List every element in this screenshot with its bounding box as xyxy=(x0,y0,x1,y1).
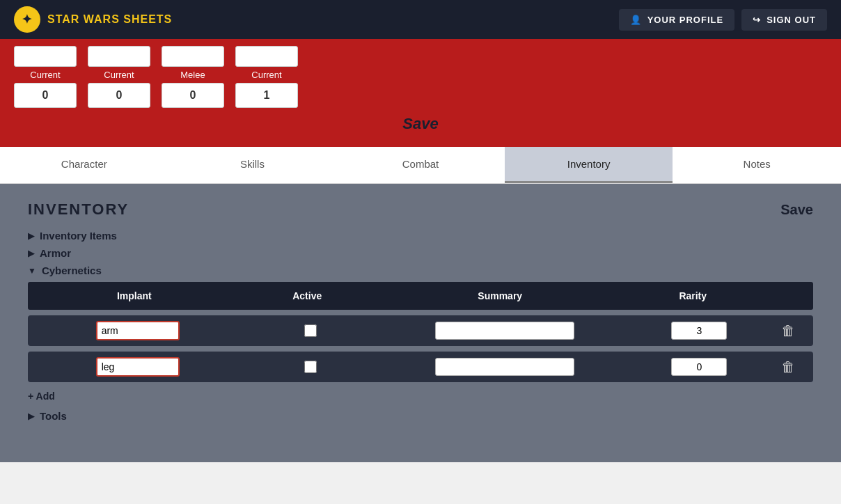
navbar: ✦ STAR WARS SHEETS 👤 YOUR PROFILE ↪ SIGN… xyxy=(0,0,841,39)
cybernetics-arrow: ▼ xyxy=(28,266,36,276)
inventory-items-arrow: ▶ xyxy=(28,231,34,241)
col-rarity: Rarity xyxy=(627,282,760,310)
implant-input-1[interactable] xyxy=(96,321,180,340)
stat-4-bottom-input[interactable] xyxy=(235,83,298,108)
cell-action-2: 🗑 xyxy=(767,358,809,377)
stat-2-bottom-input[interactable] xyxy=(88,83,150,108)
stat-1-label: Current xyxy=(30,70,60,80)
delete-row-2-button[interactable]: 🗑 xyxy=(777,358,799,377)
tab-notes[interactable]: Notes xyxy=(673,147,841,183)
table-row: 🗑 xyxy=(28,315,813,346)
cell-implant-2 xyxy=(32,357,243,377)
signout-icon: ↪ xyxy=(753,15,761,25)
signout-button[interactable]: ↪ SIGN OUT xyxy=(741,9,827,31)
signout-label: SIGN OUT xyxy=(767,15,816,25)
inventory-save-button[interactable]: Save xyxy=(780,202,813,218)
col-summary: Summary xyxy=(374,282,627,310)
profile-button[interactable]: 👤 YOUR PROFILE xyxy=(619,9,735,31)
brand-icon: ✦ xyxy=(14,6,40,33)
table-row: 🗑 xyxy=(28,352,813,382)
col-active: Active xyxy=(241,282,374,310)
tools-label: Tools xyxy=(40,410,67,422)
rarity-input-2[interactable] xyxy=(671,358,727,376)
inventory-title: INVENTORY xyxy=(28,200,129,219)
col-action xyxy=(760,282,813,310)
stat-3-label: Melee xyxy=(180,70,205,80)
table-header: Implant Active Summary Rarity xyxy=(28,282,813,310)
section-cybernetics-toggle[interactable]: ▼ Cybernetics xyxy=(28,265,813,276)
stat-2-label: Current xyxy=(104,70,134,80)
cell-summary-2 xyxy=(378,358,631,376)
stat-group-1: Current xyxy=(14,46,77,108)
brand-text: STAR WARS SHEETS xyxy=(47,13,172,26)
inventory-header: INVENTORY Save xyxy=(28,200,813,219)
active-checkbox-2[interactable] xyxy=(304,361,317,373)
cybernetics-table: Implant Active Summary Rarity 🗑 xyxy=(28,282,813,382)
stat-1-bottom-input[interactable] xyxy=(14,83,77,108)
tab-combat[interactable]: Combat xyxy=(336,147,505,183)
stat-3-top-input[interactable] xyxy=(162,46,224,67)
tab-character[interactable]: Character xyxy=(0,147,168,183)
delete-row-1-button[interactable]: 🗑 xyxy=(777,322,799,340)
armor-label: Armor xyxy=(40,247,71,259)
stat-1-top-input[interactable] xyxy=(14,46,77,67)
summary-input-1[interactable] xyxy=(435,322,574,340)
stat-group-4: Current xyxy=(235,46,298,108)
stat-4-top-input[interactable] xyxy=(235,46,298,67)
armor-arrow: ▶ xyxy=(28,249,34,258)
stat-2-top-input[interactable] xyxy=(88,46,150,67)
cell-active-1 xyxy=(247,324,374,337)
tabs-bar: Character Skills Combat Inventory Notes xyxy=(0,147,841,184)
add-cybernetic-button[interactable]: + Add xyxy=(28,391,55,402)
implant-input-2[interactable] xyxy=(96,357,180,377)
cybernetics-label: Cybernetics xyxy=(42,265,102,276)
cell-rarity-2 xyxy=(636,358,762,376)
stat-3-bottom-input[interactable] xyxy=(162,83,224,108)
save-main-button[interactable]: Save xyxy=(402,115,438,133)
red-section: Current Current Melee Current Save xyxy=(0,39,841,147)
active-checkbox-1[interactable] xyxy=(304,324,317,337)
profile-icon: 👤 xyxy=(630,15,642,25)
col-implant: Implant xyxy=(28,282,241,310)
brand: ✦ STAR WARS SHEETS xyxy=(14,6,172,33)
navbar-actions: 👤 YOUR PROFILE ↪ SIGN OUT xyxy=(619,9,827,31)
cell-rarity-1 xyxy=(636,322,762,340)
tools-arrow: ▶ xyxy=(28,411,34,421)
tab-inventory[interactable]: Inventory xyxy=(505,147,673,183)
section-tools-toggle[interactable]: ▶ Tools xyxy=(28,410,813,422)
stat-group-3: Melee xyxy=(162,46,224,108)
profile-label: YOUR PROFILE xyxy=(647,15,724,25)
save-section: Save xyxy=(14,115,827,133)
cell-active-2 xyxy=(247,361,374,373)
summary-input-2[interactable] xyxy=(435,358,574,376)
tab-skills[interactable]: Skills xyxy=(168,147,337,183)
stat-4-label: Current xyxy=(251,70,281,80)
stats-row: Current Current Melee Current xyxy=(14,46,827,108)
cell-implant-1 xyxy=(32,321,243,340)
rarity-input-1[interactable] xyxy=(671,322,727,340)
inventory-container: INVENTORY Save ▶ Inventory Items ▶ Armor… xyxy=(0,184,841,462)
section-inventory-items-toggle[interactable]: ▶ Inventory Items xyxy=(28,230,813,242)
cell-action-1: 🗑 xyxy=(767,322,809,340)
inventory-items-label: Inventory Items xyxy=(40,230,117,242)
section-armor-toggle[interactable]: ▶ Armor xyxy=(28,247,813,259)
stat-group-2: Current xyxy=(88,46,150,108)
cell-summary-1 xyxy=(378,322,631,340)
